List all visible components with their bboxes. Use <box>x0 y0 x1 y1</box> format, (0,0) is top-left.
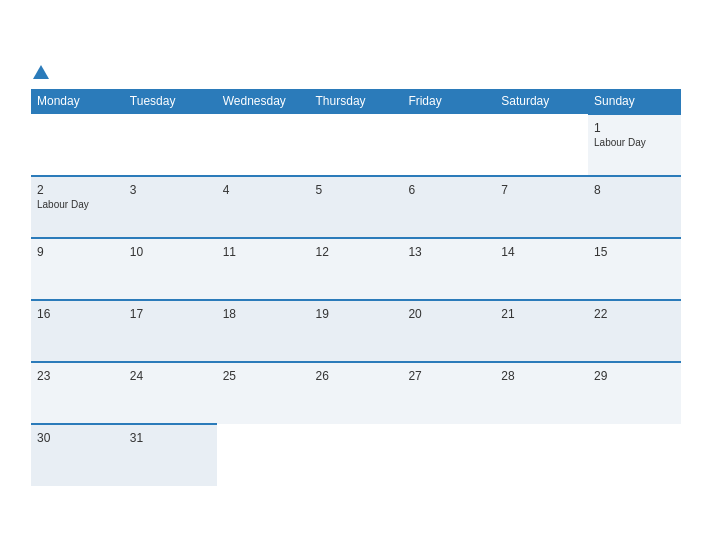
header-row <box>31 65 681 79</box>
calendar-cell: 16 <box>31 300 124 362</box>
header-sunday: Sunday <box>588 89 681 114</box>
calendar-cell: 6 <box>402 176 495 238</box>
calendar-cell: 12 <box>310 238 403 300</box>
day-number: 12 <box>316 245 397 259</box>
calendar-cell: 21 <box>495 300 588 362</box>
calendar-cell: 20 <box>402 300 495 362</box>
header-monday: Monday <box>31 89 124 114</box>
weekday-header-row: Monday Tuesday Wednesday Thursday Friday… <box>31 89 681 114</box>
day-number: 27 <box>408 369 489 383</box>
day-number: 23 <box>37 369 118 383</box>
logo <box>31 65 49 79</box>
calendar-cell <box>31 114 124 176</box>
calendar-cell <box>402 424 495 486</box>
day-number: 3 <box>130 183 211 197</box>
day-number: 5 <box>316 183 397 197</box>
day-number: 26 <box>316 369 397 383</box>
calendar-cell: 10 <box>124 238 217 300</box>
day-number: 1 <box>594 121 675 135</box>
calendar-cell <box>310 114 403 176</box>
calendar-table: Monday Tuesday Wednesday Thursday Friday… <box>31 89 681 486</box>
day-number: 13 <box>408 245 489 259</box>
day-number: 10 <box>130 245 211 259</box>
calendar-week-row: 23242526272829 <box>31 362 681 424</box>
calendar-cell: 9 <box>31 238 124 300</box>
header-thursday: Thursday <box>310 89 403 114</box>
day-number: 20 <box>408 307 489 321</box>
calendar-cell <box>124 114 217 176</box>
calendar-cell: 3 <box>124 176 217 238</box>
day-number: 7 <box>501 183 582 197</box>
calendar-cell: 30 <box>31 424 124 486</box>
logo-triangle-icon <box>33 65 49 79</box>
calendar-cell: 17 <box>124 300 217 362</box>
day-number: 16 <box>37 307 118 321</box>
day-number: 15 <box>594 245 675 259</box>
calendar-cell: 19 <box>310 300 403 362</box>
day-number: 19 <box>316 307 397 321</box>
day-number: 18 <box>223 307 304 321</box>
calendar-cell: 8 <box>588 176 681 238</box>
calendar-cell: 7 <box>495 176 588 238</box>
day-number: 14 <box>501 245 582 259</box>
calendar-cell <box>402 114 495 176</box>
calendar-cell: 4 <box>217 176 310 238</box>
day-number: 11 <box>223 245 304 259</box>
header-wednesday: Wednesday <box>217 89 310 114</box>
header-saturday: Saturday <box>495 89 588 114</box>
calendar-cell: 15 <box>588 238 681 300</box>
calendar-cell: 13 <box>402 238 495 300</box>
calendar-cell: 5 <box>310 176 403 238</box>
calendar-cell: 14 <box>495 238 588 300</box>
calendar-cell <box>495 424 588 486</box>
calendar-wrapper: Monday Tuesday Wednesday Thursday Friday… <box>11 49 701 502</box>
day-number: 17 <box>130 307 211 321</box>
day-number: 31 <box>130 431 211 445</box>
calendar-cell: 18 <box>217 300 310 362</box>
calendar-cell: 11 <box>217 238 310 300</box>
day-number: 24 <box>130 369 211 383</box>
calendar-cell <box>217 424 310 486</box>
calendar-cell: 29 <box>588 362 681 424</box>
calendar-cell: 24 <box>124 362 217 424</box>
day-number: 28 <box>501 369 582 383</box>
calendar-cell <box>495 114 588 176</box>
day-number: 29 <box>594 369 675 383</box>
day-number: 22 <box>594 307 675 321</box>
calendar-cell: 1Labour Day <box>588 114 681 176</box>
calendar-cell <box>588 424 681 486</box>
calendar-cell <box>310 424 403 486</box>
calendar-week-row: 16171819202122 <box>31 300 681 362</box>
calendar-week-row: 3031 <box>31 424 681 486</box>
day-number: 30 <box>37 431 118 445</box>
calendar-cell: 31 <box>124 424 217 486</box>
day-number: 4 <box>223 183 304 197</box>
day-number: 2 <box>37 183 118 197</box>
calendar-cell <box>217 114 310 176</box>
calendar-cell: 28 <box>495 362 588 424</box>
day-number: 25 <box>223 369 304 383</box>
header-tuesday: Tuesday <box>124 89 217 114</box>
holiday-label: Labour Day <box>594 137 675 148</box>
day-number: 8 <box>594 183 675 197</box>
day-number: 21 <box>501 307 582 321</box>
calendar-cell: 2Labour Day <box>31 176 124 238</box>
holiday-label: Labour Day <box>37 199 118 210</box>
calendar-cell: 23 <box>31 362 124 424</box>
calendar-cell: 25 <box>217 362 310 424</box>
calendar-cell: 22 <box>588 300 681 362</box>
logo-blue-text <box>31 65 49 79</box>
calendar-cell: 26 <box>310 362 403 424</box>
header-friday: Friday <box>402 89 495 114</box>
calendar-week-row: 1Labour Day <box>31 114 681 176</box>
calendar-cell: 27 <box>402 362 495 424</box>
day-number: 9 <box>37 245 118 259</box>
day-number: 6 <box>408 183 489 197</box>
calendar-week-row: 9101112131415 <box>31 238 681 300</box>
calendar-week-row: 2Labour Day345678 <box>31 176 681 238</box>
